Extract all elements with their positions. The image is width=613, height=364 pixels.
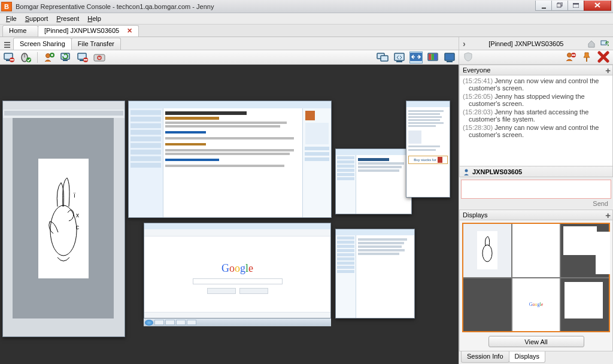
close-tab-icon[interactable]: ✕ <box>127 27 132 34</box>
menu-support[interactable]: Support <box>22 15 52 22</box>
tab-file-transfer[interactable]: File Transfer <box>71 38 121 50</box>
close-button[interactable] <box>584 1 611 11</box>
tab-displays[interactable]: Displays <box>509 351 546 363</box>
refresh-session-icon[interactable] <box>600 39 609 48</box>
menu-bar: File Support Present Help <box>0 13 613 25</box>
svg-text:х: х <box>76 212 79 219</box>
tab-label: [Pinned] JXNPLWS03605 <box>44 27 119 34</box>
expand-displays-icon[interactable]: + <box>605 210 611 220</box>
svg-rect-24 <box>394 53 404 60</box>
svg-point-33 <box>50 205 77 256</box>
svg-point-10 <box>26 57 31 62</box>
pin-icon[interactable] <box>582 51 591 63</box>
tab-pinned-session[interactable]: [Pinned] JXNPLWS03605 ✕ <box>38 25 139 37</box>
restore-button[interactable] <box>551 1 568 11</box>
svg-rect-30 <box>434 54 437 60</box>
svg-point-42 <box>465 169 468 172</box>
displays-panel: Google View All <box>459 220 613 351</box>
maximize-button[interactable] <box>568 1 584 11</box>
svg-rect-32 <box>447 61 453 62</box>
scale-to-fit-button[interactable] <box>393 51 406 63</box>
fullscreen-button[interactable] <box>443 51 456 63</box>
svg-rect-1 <box>557 4 561 7</box>
add-user-button[interactable] <box>43 51 56 63</box>
view-all-button[interactable]: View All <box>488 336 584 347</box>
separator <box>37 52 38 63</box>
session-name: [Pinned] JXNPLWS03605 <box>469 40 583 47</box>
tab-screen-sharing[interactable]: Screen Sharing <box>13 38 72 50</box>
collapse-chevron-icon[interactable]: › <box>463 39 466 48</box>
minimize-button[interactable]: ▁ <box>535 1 552 11</box>
svg-rect-40 <box>572 54 575 56</box>
svg-point-38 <box>568 53 572 57</box>
home-icon[interactable] <box>587 39 596 48</box>
remote-screen-viewport[interactable]: ї х с <box>0 65 459 364</box>
chat-input[interactable] <box>461 180 611 199</box>
user-icon <box>463 168 470 175</box>
expand-chat-icon[interactable]: + <box>605 65 611 75</box>
menu-file[interactable]: File <box>2 15 20 22</box>
svg-rect-19 <box>94 54 105 61</box>
svg-rect-18 <box>84 59 87 60</box>
document-tabs: Home [Pinned] JXNPLWS03605 ✕ <box>0 25 613 37</box>
svg-rect-14 <box>63 60 68 61</box>
app-icon: B <box>1 2 12 11</box>
displays-panel-header: Displays + <box>459 210 613 220</box>
google-logo: Google <box>221 262 253 275</box>
session-subtabs: Screen Sharing File Transfer <box>0 37 459 50</box>
display-thumbnails[interactable]: Google <box>462 223 610 332</box>
svg-rect-25 <box>396 61 402 62</box>
displays-header-label: Displays <box>463 211 488 219</box>
chat-log: (15:25:41) Jenny can now view and contro… <box>459 75 613 166</box>
send-button[interactable]: Send <box>593 200 608 207</box>
svg-rect-31 <box>445 53 454 60</box>
chat-target: JXNPLWS03605 <box>459 166 613 177</box>
window-title: Bomgar Representative Console - techcon1… <box>14 3 535 10</box>
chat-target-name: JXNPLWS03605 <box>472 168 522 175</box>
svg-point-11 <box>46 53 50 57</box>
ctrl-alt-del-button[interactable] <box>93 51 106 63</box>
end-session-icon[interactable] <box>597 51 609 64</box>
grip-icon <box>4 40 11 50</box>
svg-rect-28 <box>429 54 432 60</box>
svg-text:с: с <box>76 224 79 230</box>
svg-rect-23 <box>381 56 388 61</box>
actual-size-button[interactable] <box>409 51 423 63</box>
special-actions-button[interactable] <box>76 51 89 63</box>
hand-image: ї х с <box>43 171 84 266</box>
screen-sharing-toolbar <box>0 50 459 65</box>
svg-point-43 <box>482 245 492 262</box>
reboot-button[interactable] <box>59 51 72 63</box>
remove-user-icon[interactable] <box>565 51 576 63</box>
session-header: › [Pinned] JXNPLWS03605 <box>459 37 613 50</box>
color-quality-button[interactable] <box>426 51 439 63</box>
chat-panel-header: Everyone + <box>459 65 613 75</box>
tab-session-info[interactable]: Session Info <box>461 351 509 363</box>
chat-header-label: Everyone <box>463 66 490 74</box>
session-actions-toolbar <box>459 50 613 65</box>
menu-present[interactable]: Present <box>53 15 83 22</box>
svg-text:ї: ї <box>73 192 75 199</box>
window-titlebar: B Bomgar Representative Console - techco… <box>0 0 613 13</box>
svg-rect-29 <box>432 54 435 60</box>
select-monitor-button[interactable] <box>376 51 389 63</box>
menu-help[interactable]: Help <box>84 15 105 22</box>
stop-sharing-button[interactable] <box>2 51 16 63</box>
shield-icon[interactable] <box>463 51 474 63</box>
tab-home[interactable]: Home <box>2 25 38 37</box>
right-bottom-tabs: Session Info Displays <box>459 351 613 364</box>
mouse-control-button[interactable] <box>19 51 32 63</box>
svg-rect-7 <box>10 59 14 60</box>
